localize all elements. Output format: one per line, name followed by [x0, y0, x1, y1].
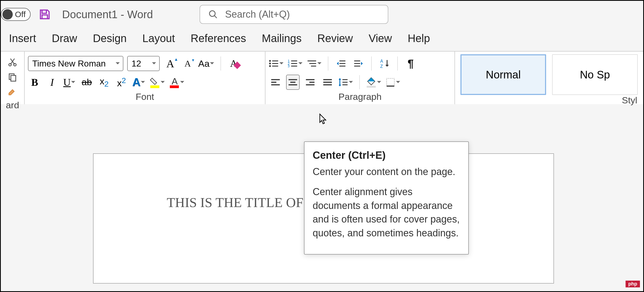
align-right-button[interactable] — [303, 75, 317, 90]
justify-button[interactable] — [321, 75, 334, 90]
line-spacing-button[interactable] — [338, 75, 353, 90]
toggle-label: Off — [15, 10, 25, 19]
font-group-label: Font — [28, 91, 262, 103]
svg-text:A: A — [380, 59, 383, 64]
cursor-icon — [319, 113, 328, 125]
tab-references[interactable]: References — [191, 32, 246, 45]
shading-button[interactable] — [366, 75, 382, 90]
svg-text:Z: Z — [380, 64, 383, 69]
ribbon: ard Times New Roman 12 A▴ A▾ Aa A◆ B — [1, 51, 643, 104]
svg-rect-8 — [170, 85, 179, 88]
watermark-badge: php — [626, 281, 640, 287]
style-normal[interactable]: Normal — [460, 54, 546, 95]
tab-draw[interactable]: Draw — [52, 32, 77, 45]
tab-help[interactable]: Help — [408, 32, 430, 45]
search-placeholder: Search (Alt+Q) — [225, 9, 290, 20]
highlight-button[interactable] — [149, 75, 165, 90]
sort-button[interactable]: AZ — [378, 56, 391, 71]
svg-text:A: A — [172, 76, 178, 86]
font-name-select[interactable]: Times New Roman — [28, 56, 123, 71]
font-size-select[interactable]: 12 — [127, 56, 160, 71]
tab-layout[interactable]: Layout — [142, 32, 175, 45]
subscript-button[interactable]: x2 — [97, 75, 111, 90]
borders-button[interactable] — [385, 75, 401, 90]
tab-mailings[interactable]: Mailings — [262, 32, 302, 45]
search-icon — [208, 9, 218, 19]
underline-button[interactable]: U — [63, 75, 76, 90]
document-title: Document1 - Word — [62, 8, 153, 21]
title-bar: Off Document1 - Word Search (Alt+Q) — [1, 1, 643, 28]
numbering-button[interactable]: 123 — [288, 56, 303, 71]
paragraph-group-label: Paragraph — [269, 91, 451, 103]
align-left-button[interactable] — [269, 75, 282, 90]
search-box[interactable]: Search (Alt+Q) — [200, 5, 388, 24]
decrease-font-button[interactable]: A▾ — [181, 56, 194, 71]
tooltip-title: Center (Ctrl+E) — [313, 150, 460, 161]
change-case-button[interactable]: Aa — [198, 56, 214, 71]
toggle-switch[interactable]: Off — [1, 8, 31, 21]
toggle-knob — [2, 9, 13, 20]
svg-rect-5 — [11, 75, 16, 81]
svg-point-9 — [269, 60, 271, 62]
increase-indent-button[interactable] — [352, 56, 365, 71]
styles-group-label: Styl — [458, 95, 640, 107]
cut-button[interactable] — [4, 54, 21, 69]
document-body-text: THIS IS THE TITLE OF M — [167, 195, 319, 210]
ribbon-tabs: Insert Draw Design Layout References Mai… — [1, 28, 643, 51]
svg-point-0 — [210, 11, 215, 17]
italic-button[interactable]: I — [45, 75, 59, 90]
decrease-indent-button[interactable] — [334, 56, 348, 71]
font-name-value: Times New Roman — [32, 59, 115, 69]
svg-rect-48 — [387, 78, 395, 86]
bullets-button[interactable] — [269, 56, 284, 71]
svg-rect-47 — [367, 86, 376, 88]
align-center-button[interactable] — [286, 75, 300, 90]
styles-group: Normal No Sp Styl — [455, 52, 643, 104]
clipboard-group: ard — [1, 52, 25, 104]
strikethrough-button[interactable]: ab — [80, 75, 94, 90]
tab-view[interactable]: View — [369, 32, 392, 45]
tooltip-body: Center your content on the page. Center … — [313, 165, 460, 240]
font-size-value: 12 — [132, 59, 152, 69]
multilevel-list-button[interactable] — [307, 56, 322, 71]
copy-button[interactable] — [4, 69, 21, 85]
text-effects-button[interactable]: A — [132, 75, 146, 90]
tab-design[interactable]: Design — [93, 32, 127, 45]
tab-review[interactable]: Review — [317, 32, 353, 45]
show-paragraph-marks-button[interactable]: ¶ — [404, 56, 417, 71]
svg-text:3: 3 — [288, 65, 290, 68]
svg-point-2 — [9, 64, 11, 66]
superscript-button[interactable]: x2 — [115, 75, 128, 90]
increase-font-button[interactable]: A▴ — [164, 56, 177, 71]
svg-rect-6 — [150, 85, 159, 88]
font-group: Times New Roman 12 A▴ A▾ Aa A◆ B I U ab … — [25, 52, 265, 104]
svg-point-11 — [269, 63, 271, 64]
font-color-button[interactable]: A — [169, 75, 185, 90]
clipboard-group-label: ard — [4, 100, 21, 112]
clear-formatting-button[interactable]: A◆ — [227, 56, 241, 71]
paragraph-group: 123 AZ ¶ Paragraph — [265, 52, 455, 104]
tooltip: Center (Ctrl+E) Center your content on t… — [304, 141, 469, 255]
bold-button[interactable]: B — [28, 75, 41, 90]
format-painter-button[interactable] — [4, 85, 21, 100]
svg-point-13 — [269, 65, 271, 67]
svg-point-3 — [14, 64, 16, 66]
tab-insert[interactable]: Insert — [9, 32, 36, 45]
save-icon[interactable] — [38, 8, 51, 21]
svg-line-1 — [214, 16, 217, 18]
style-no-spacing[interactable]: No Sp — [552, 54, 638, 95]
